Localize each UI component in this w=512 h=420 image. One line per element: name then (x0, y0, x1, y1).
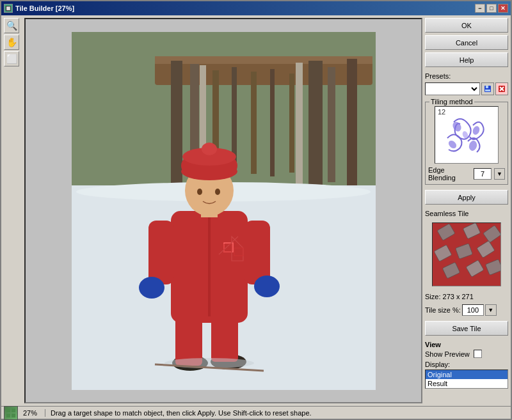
close-button[interactable]: ✕ (498, 4, 508, 13)
presets-dropdown[interactable] (425, 82, 480, 95)
edge-blending-label: Edge Blending (428, 166, 471, 182)
tiling-number: 12 (438, 108, 445, 116)
svg-rect-6 (308, 61, 323, 189)
svg-point-35 (215, 189, 220, 195)
svg-rect-13 (289, 74, 294, 173)
main-window: 🔲 Tile Builder [27%] − □ ✕ 🔍 ✋ ⬜ (0, 0, 512, 420)
hand-icon: ✋ (6, 37, 17, 47)
svg-rect-11 (251, 72, 257, 174)
svg-rect-66 (12, 408, 15, 412)
tile-size-label: Tile size %: (425, 306, 461, 314)
zoom-level: 27% (23, 409, 45, 417)
show-preview-checkbox[interactable] (474, 350, 482, 358)
image-canvas-panel[interactable] (24, 18, 422, 403)
display-result-item[interactable]: Result (426, 379, 508, 388)
tiling-preview-inner: 12 (435, 107, 498, 163)
image-area (26, 19, 421, 402)
cancel-button[interactable]: Cancel (425, 35, 508, 50)
tile-small-icon (6, 408, 16, 418)
hand-tool-button[interactable]: ✋ (4, 35, 19, 50)
left-tools-panel: 🔍 ✋ ⬜ (4, 18, 22, 403)
svg-point-33 (202, 143, 217, 155)
edge-blending-dropdown[interactable]: ▼ (494, 168, 505, 180)
delete-preset-button[interactable] (495, 82, 508, 95)
display-label: Display: (425, 361, 508, 368)
svg-point-27 (254, 276, 280, 297)
tile-size-input[interactable] (462, 304, 484, 316)
scene-background (72, 32, 376, 390)
svg-rect-67 (6, 414, 10, 417)
svg-rect-68 (12, 414, 15, 417)
tiling-method-group: Tiling method 12 (425, 102, 508, 185)
title-bar-buttons: − □ ✕ (475, 4, 508, 13)
svg-rect-3 (155, 56, 372, 64)
status-message: Drag a target shape to match object, the… (51, 409, 508, 417)
edge-blending-input[interactable] (474, 168, 492, 180)
forest-svg (72, 32, 376, 390)
delete-preset-icon (498, 85, 506, 93)
seamless-pattern-svg (433, 223, 501, 286)
edge-blending-row: Edge Blending ▼ (428, 166, 505, 182)
title-bar-left: 🔲 Tile Builder [27%] (4, 4, 74, 13)
status-bar: 27% Drag a target shape to match object,… (1, 406, 511, 419)
image-display (72, 32, 376, 390)
right-panel: OK Cancel Help Presets: (425, 18, 508, 403)
tile-size-dropdown[interactable]: ▼ (485, 304, 497, 316)
tiling-method-preview[interactable]: 12 (435, 106, 499, 164)
svg-rect-44 (486, 86, 488, 88)
svg-rect-12 (270, 69, 275, 176)
minimize-button[interactable]: − (475, 4, 485, 13)
svg-rect-8 (347, 59, 357, 187)
svg-rect-7 (328, 67, 335, 182)
tile-size-row: Tile size %: ▼ (425, 304, 508, 316)
size-info-label: Size: 273 x 271 (425, 293, 508, 300)
view-section: View Show Preview Display: Original Resu… (425, 341, 508, 389)
svg-rect-25 (244, 221, 270, 284)
save-preset-icon (484, 85, 492, 93)
tiling-method-label: Tiling method (429, 98, 474, 105)
bottom-icon (4, 406, 18, 420)
app-icon: 🔲 (4, 4, 13, 13)
maximize-button[interactable]: □ (486, 4, 497, 13)
display-original-item[interactable]: Original (426, 370, 508, 379)
svg-rect-45 (485, 89, 490, 91)
apply-button[interactable]: Apply (425, 190, 508, 205)
zoom-tool-button[interactable]: 🔍 (4, 18, 19, 33)
svg-rect-15 (296, 63, 303, 189)
show-preview-row: Show Preview (425, 350, 508, 358)
save-tile-button[interactable]: Save Tile (425, 321, 508, 336)
svg-point-34 (197, 189, 202, 195)
select-tool-button[interactable]: ⬜ (4, 51, 19, 66)
show-preview-label: Show Preview (425, 350, 470, 358)
seamless-preview-inner (433, 223, 500, 286)
presets-row (425, 82, 508, 95)
title-bar: 🔲 Tile Builder [27%] − □ ✕ (1, 1, 511, 15)
svg-rect-4 (171, 61, 182, 185)
seamless-tile-label: Seamless Tile (425, 210, 508, 217)
window-title: Tile Builder [27%] (15, 4, 74, 12)
display-list: Original Result (425, 369, 508, 389)
svg-rect-65 (6, 408, 10, 412)
svg-rect-24 (148, 221, 174, 284)
svg-point-26 (139, 277, 164, 299)
tiling-pattern-svg (441, 113, 492, 157)
save-preset-button[interactable] (481, 82, 494, 95)
zoom-icon: 🔍 (6, 20, 17, 31)
svg-rect-23 (208, 214, 211, 316)
view-label: View (425, 341, 508, 348)
main-content: 🔍 ✋ ⬜ (1, 15, 511, 406)
ok-button[interactable]: OK (425, 18, 508, 33)
seamless-tile-preview (432, 222, 501, 286)
help-button[interactable]: Help (425, 52, 508, 67)
presets-label: Presets: (425, 72, 508, 80)
rect-select-icon: ⬜ (6, 54, 17, 64)
